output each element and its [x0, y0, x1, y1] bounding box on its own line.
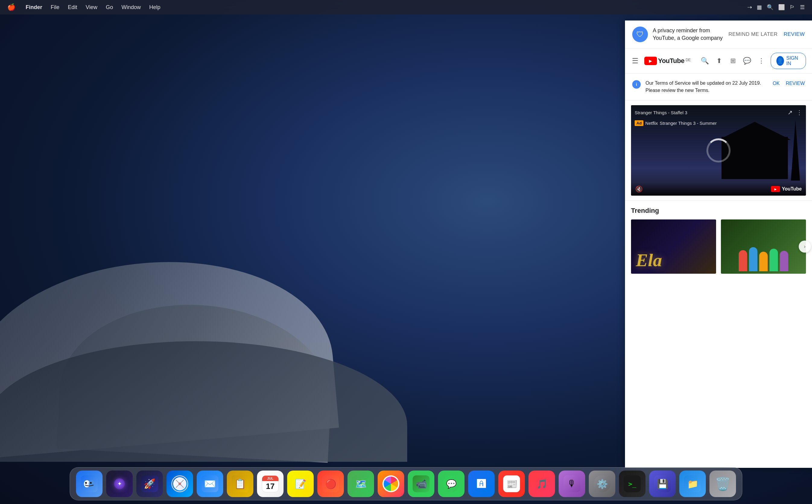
- dock-facetime[interactable]: 📹: [408, 471, 435, 497]
- dock-launchpad[interactable]: 🚀: [136, 471, 163, 497]
- flag-icon[interactable]: 🏳: [790, 4, 795, 11]
- card-2-people: [721, 219, 806, 274]
- apple-menu[interactable]: 🍎: [7, 3, 15, 11]
- video-controls: 🔇 ▶ YouTube: [631, 182, 806, 196]
- youtube-logo-icon: [644, 57, 657, 65]
- search-menu-icon[interactable]: 🔍: [767, 4, 773, 11]
- video-section: Stranger Things - Staffel 3 ↗ ⋮ Ad Netfl…: [625, 100, 812, 201]
- dock-maps[interactable]: 🗺️: [347, 471, 374, 497]
- control-center-icon[interactable]: ☰: [800, 4, 805, 11]
- video-title-bar: Stranger Things - Staffel 3 ↗ ⋮: [635, 109, 802, 116]
- terms-ok-button[interactable]: OK: [773, 81, 780, 86]
- dock-calendar[interactable]: JUL 17: [257, 471, 283, 497]
- menubar-go[interactable]: Go: [102, 0, 117, 14]
- dock-photos[interactable]: [377, 471, 404, 497]
- airplay-icon[interactable]: ⬜: [778, 4, 785, 11]
- menubar-finder[interactable]: Finder: [21, 0, 46, 14]
- dock-trash[interactable]: 🗑️: [709, 471, 736, 497]
- menubar-window[interactable]: Window: [117, 0, 145, 14]
- youtube-logo-country: DE: [686, 58, 691, 62]
- youtube-panel: › ▶ + 🛡 A privacy reminder from YouTube,…: [625, 20, 812, 468]
- terms-text: Our Terms of Service will be updated on …: [646, 80, 768, 94]
- trending-card-1[interactable]: Ela: [631, 219, 716, 274]
- video-container[interactable]: Stranger Things - Staffel 3 ↗ ⋮ Ad Netfl…: [631, 105, 806, 196]
- menubar-edit[interactable]: Edit: [64, 0, 81, 14]
- dock-siri[interactable]: ✦: [106, 471, 133, 497]
- dock-reminders[interactable]: 🔴: [317, 471, 344, 497]
- ad-subtitle: Stranger Things 3 - Summer: [660, 121, 717, 126]
- trending-next-button[interactable]: ›: [799, 241, 811, 253]
- privacy-banner: 🛡 A privacy reminder from YouTube, a Goo…: [625, 20, 812, 49]
- privacy-actions: REMIND ME LATER REVIEW: [728, 31, 805, 37]
- card-1-text: Ela: [636, 250, 662, 271]
- dock-disk-utility[interactable]: 💾: [649, 471, 676, 497]
- dock-system-preferences[interactable]: ⚙️: [589, 471, 615, 497]
- chat-icon[interactable]: 💬: [743, 55, 752, 67]
- dock-podcasts[interactable]: 🎙: [559, 471, 585, 497]
- trending-section: Trending Ela ›: [625, 201, 812, 468]
- sidebar-icon[interactable]: ▦: [757, 4, 762, 11]
- dock-desktop-folder[interactable]: 📁: [679, 471, 706, 497]
- privacy-shield-icon: 🛡: [632, 27, 648, 42]
- video-share-icon[interactable]: ↗: [788, 109, 793, 116]
- mute-icon[interactable]: 🔇: [635, 185, 643, 193]
- privacy-message: A privacy reminder from YouTube, a Googl…: [653, 27, 723, 41]
- dock-mail[interactable]: ✉️: [197, 471, 223, 497]
- terms-notice: i Our Terms of Service will be updated o…: [625, 74, 812, 100]
- dock-notes[interactable]: 📝: [287, 471, 314, 497]
- dock-finder[interactable]: [76, 471, 103, 497]
- video-title: Stranger Things - Staffel 3: [635, 110, 687, 115]
- video-ad-section: Ad Netflix Stranger Things 3 - Summer: [635, 120, 717, 126]
- ad-brand: Netflix: [645, 121, 658, 126]
- dock-music[interactable]: 🎵: [529, 471, 555, 497]
- menubar-help[interactable]: Help: [145, 0, 165, 14]
- cast-icon[interactable]: ⇢: [747, 4, 752, 11]
- info-icon: i: [632, 80, 641, 89]
- terms-actions: OK REVIEW: [773, 80, 805, 86]
- dock-messages[interactable]: 💬: [438, 471, 465, 497]
- youtube-watermark: ▶ YouTube: [771, 186, 802, 192]
- svg-point-2: [89, 480, 95, 487]
- video-actions: ↗ ⋮: [788, 109, 802, 116]
- hamburger-menu-icon[interactable]: ☰: [631, 57, 640, 65]
- apps-icon[interactable]: ⊞: [728, 55, 738, 67]
- watermark-yt-icon: ▶: [771, 186, 780, 192]
- trending-title: Trending: [631, 207, 806, 215]
- trending-card-2[interactable]: [721, 219, 806, 274]
- svg-point-4: [90, 482, 92, 484]
- youtube-logo[interactable]: YouTube DE: [644, 57, 691, 65]
- signin-avatar-icon: 👤: [776, 56, 784, 66]
- video-more-icon[interactable]: ⋮: [796, 109, 802, 116]
- signin-button[interactable]: 👤 SIGN IN: [771, 53, 806, 69]
- dock-terminal[interactable]: >_: [619, 471, 646, 497]
- video-background: Stranger Things - Staffel 3 ↗ ⋮ Ad Netfl…: [631, 105, 806, 196]
- upload-icon[interactable]: ⬆: [714, 55, 724, 67]
- privacy-text: A privacy reminder from YouTube, a Googl…: [653, 27, 724, 42]
- video-loading-spinner: [706, 138, 731, 162]
- remind-later-button[interactable]: REMIND ME LATER: [728, 31, 778, 37]
- dock: ✦ 🚀 ✉️ 📋 JUL 17: [70, 467, 742, 500]
- menubar-file[interactable]: File: [46, 0, 64, 14]
- trending-row: Ela ›: [631, 219, 806, 274]
- svg-point-3: [85, 482, 87, 484]
- dock-appstore[interactable]: 🅰: [468, 471, 495, 497]
- youtube-header: ☰ YouTube DE 🔍 ⬆ ⊞ 💬 ⋮ 👤 SIGN IN: [625, 49, 812, 74]
- ad-badge: Ad: [635, 120, 643, 126]
- menubar-view[interactable]: View: [81, 0, 102, 14]
- dock-news[interactable]: 📰: [498, 471, 525, 497]
- menubar-right: ⇢ ▦ 🔍 ⬜ 🏳 ☰: [747, 4, 805, 11]
- dock-notefile[interactable]: 📋: [227, 471, 253, 497]
- dock-safari[interactable]: [166, 471, 193, 497]
- signin-label: SIGN IN: [786, 55, 800, 66]
- menubar: 🍎 Finder File Edit View Go Window Help ⇢…: [0, 0, 812, 14]
- watermark-yt-text: YouTube: [782, 186, 802, 192]
- search-icon[interactable]: 🔍: [700, 55, 710, 67]
- youtube-logo-text: YouTube: [658, 57, 684, 65]
- privacy-review-button[interactable]: REVIEW: [784, 31, 805, 37]
- video-house: [722, 137, 788, 179]
- terms-review-button[interactable]: REVIEW: [786, 81, 805, 86]
- more-options-icon[interactable]: ⋮: [757, 55, 766, 67]
